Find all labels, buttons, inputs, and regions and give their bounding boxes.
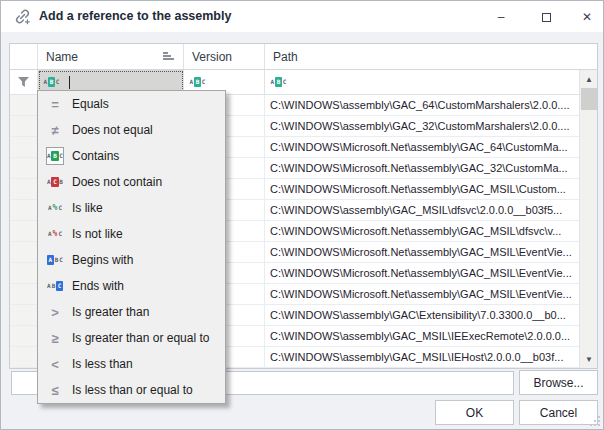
menu-item-ends-with[interactable]: ABC Ends with	[38, 273, 225, 299]
sort-ascending-icon	[163, 52, 175, 62]
menu-item-is-greater-than[interactable]: > Is greater than	[38, 299, 225, 325]
menu-item-contains[interactable]: ABC Contains	[38, 143, 225, 169]
resize-grip[interactable]	[589, 415, 600, 426]
less-than-icon: <	[51, 358, 59, 371]
menu-item-is-not-like[interactable]: A%C Is not like	[38, 221, 225, 247]
title-bar: Add a reference to the assembly – ✕	[1, 1, 603, 32]
funnel-icon	[17, 76, 30, 88]
equals-icon: =	[51, 98, 59, 111]
filter-row-indicator[interactable]	[10, 70, 38, 94]
browse-button[interactable]: Browse...	[519, 370, 598, 395]
cancel-button[interactable]: Cancel	[519, 400, 598, 425]
greater-or-equal-icon: ≥	[51, 332, 58, 345]
grid-header-row: Name Version Path	[10, 44, 597, 70]
ends-with-icon: ABC	[47, 281, 64, 291]
column-header-name-label: Name	[46, 50, 78, 64]
header-indicator-cell	[10, 44, 38, 69]
menu-item-equals[interactable]: = Equals	[38, 91, 225, 117]
path-cell: C:\WINDOWS\Microsoft.Net\assembly\GAC_MS…	[265, 242, 579, 262]
path-cell: C:\WINDOWS\Microsoft.Net\assembly\GAC_MS…	[265, 179, 579, 199]
filter-cell-path[interactable]: ABC	[265, 70, 579, 94]
contains-filter-icon[interactable]: ABC	[270, 77, 287, 87]
column-header-version-label: Version	[192, 50, 232, 64]
path-cell: C:\WINDOWS\assembly\GAC_32\CustomMarshal…	[265, 116, 579, 136]
is-not-like-icon: A%C	[47, 230, 62, 238]
column-header-name[interactable]: Name	[38, 44, 184, 69]
minimize-button[interactable]: –	[487, 5, 515, 29]
contains-filter-icon[interactable]: ABC	[189, 77, 206, 87]
path-cell: C:\WINDOWS\assembly\GAC_MSIL\IEExecRemot…	[265, 326, 579, 346]
ok-button[interactable]: OK	[435, 400, 514, 425]
menu-item-is-less-than-or-equal[interactable]: ≤ Is less than or equal to	[38, 377, 225, 403]
scroll-up-arrow-icon[interactable]: ▲	[580, 70, 598, 88]
not-equal-icon: ≠	[51, 124, 58, 137]
path-cell: C:\WINDOWS\assembly\GAC_MSIL\IEHost\2.0.…	[265, 347, 579, 367]
path-cell: C:\WINDOWS\assembly\GAC_MSIL\dfsvc\2.0.0…	[265, 200, 579, 220]
contains-icon: ABC	[47, 151, 64, 161]
maximize-button[interactable]	[532, 5, 560, 29]
path-cell: C:\WINDOWS\Microsoft.Net\assembly\GAC_64…	[265, 137, 579, 157]
path-cell: C:\WINDOWS\assembly\GAC_64\CustomMarshal…	[265, 95, 579, 115]
column-header-path-label: Path	[273, 50, 298, 64]
is-like-icon: A%C	[47, 204, 62, 212]
contains-filter-icon[interactable]: ABC	[43, 77, 60, 87]
does-not-contain-icon: ACB	[47, 177, 64, 187]
path-cell: C:\WINDOWS\Microsoft.Net\assembly\GAC_32…	[265, 158, 579, 178]
text-caret	[69, 76, 70, 89]
menu-item-is-greater-than-or-equal[interactable]: ≥ Is greater than or equal to	[38, 325, 225, 351]
path-cell: C:\WINDOWS\assembly\GAC\Extensibility\7.…	[265, 305, 579, 325]
menu-item-is-like[interactable]: A%C Is like	[38, 195, 225, 221]
menu-item-begins-with[interactable]: ABC Begins with	[38, 247, 225, 273]
begins-with-icon: ABC	[47, 255, 64, 265]
path-cell: C:\WINDOWS\Microsoft.Net\assembly\GAC_MS…	[265, 263, 579, 283]
selected-icon-border: ABC	[46, 147, 64, 165]
path-cell: C:\WINDOWS\Microsoft.Net\assembly\GAC_MS…	[265, 221, 579, 241]
close-button[interactable]: ✕	[573, 5, 601, 29]
add-reference-dialog: Add a reference to the assembly – ✕ Name…	[0, 0, 604, 430]
column-header-path[interactable]: Path	[265, 44, 597, 69]
scrollbar-thumb[interactable]	[581, 88, 597, 110]
scroll-down-arrow-icon[interactable]: ▼	[580, 350, 598, 368]
greater-than-icon: >	[51, 306, 59, 319]
menu-item-does-not-equal[interactable]: ≠ Does not equal	[38, 117, 225, 143]
page-title: Add a reference to the assembly	[39, 9, 231, 23]
vertical-scrollbar[interactable]: ▲ ▼	[579, 70, 597, 368]
column-header-version[interactable]: Version	[184, 44, 265, 69]
less-or-equal-icon: ≤	[51, 384, 58, 397]
path-cell: C:\WINDOWS\Microsoft.Net\assembly\GAC_MS…	[265, 284, 579, 304]
menu-item-does-not-contain[interactable]: ACB Does not contain	[38, 169, 225, 195]
menu-item-is-less-than[interactable]: < Is less than	[38, 351, 225, 377]
filter-condition-menu: = Equals ≠ Does not equal ABC Contains A…	[37, 90, 226, 404]
link-plus-icon	[13, 7, 32, 26]
